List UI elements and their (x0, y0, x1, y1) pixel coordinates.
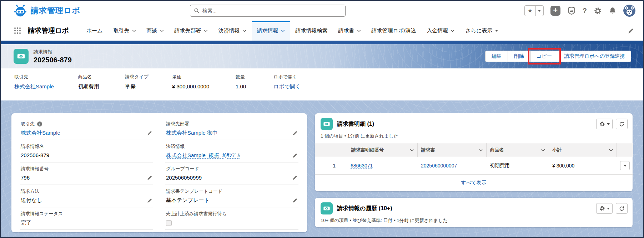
open-in-robo-link[interactable]: ロボで開く (273, 83, 301, 89)
chevron-down-icon (541, 149, 545, 151)
highlight-account: 取引先 株式会社Sample (14, 74, 78, 100)
highlight-open-in-robo: ロボで開く ロボで開く (273, 74, 305, 100)
edit-button[interactable]: 編集 (485, 51, 508, 62)
column-header-invoice[interactable]: 請求書 (417, 143, 486, 157)
tab-billing-info-search[interactable]: 請求情報検索 (290, 21, 333, 41)
payment-info-link[interactable]: 株式会社Sample_銀振_ｶ)ｻﾝﾌﾟﾙ (166, 152, 240, 159)
edit-pencil-icon[interactable] (292, 175, 298, 180)
guidance-center-icon[interactable] (567, 6, 576, 15)
refresh-button[interactable] (616, 119, 628, 129)
edit-pencil-icon[interactable] (147, 130, 152, 136)
page-body: 取引先 i 株式会社Sample 請求先部署 株式会社Sample 御中 (1, 100, 643, 238)
chevron-down-icon (609, 149, 613, 151)
record-header-band: 請求情報 202506-879 編集 削除 コピー 請求管理ロボへの登録連携 (1, 44, 643, 68)
column-header-product[interactable]: 商品名 (486, 143, 549, 157)
column-header-subtotal[interactable]: 小計 (549, 143, 617, 157)
favorites-button-group: ★ (524, 5, 544, 16)
awaiting-invoice-checkbox (166, 220, 172, 226)
row-number: 1 (331, 163, 336, 169)
product-name-cell: 初期費用 (490, 162, 510, 168)
search-icon (194, 8, 200, 14)
user-avatar[interactable] (623, 5, 635, 17)
tab-show-more[interactable]: さらに表示 (460, 21, 503, 41)
chevron-down-icon (204, 30, 208, 32)
edit-pencil-icon[interactable] (147, 198, 152, 203)
edit-pencil-icon[interactable] (292, 198, 298, 203)
global-actions-plus-icon[interactable]: + (550, 6, 560, 16)
tab-deposit-info[interactable]: 入金情報 (421, 21, 460, 41)
related-list-title: 請求書明細 (1) (337, 120, 374, 128)
chevron-down-icon (160, 30, 164, 32)
chevron-down-icon (132, 30, 136, 32)
billing-department-link[interactable]: 株式会社Sample 御中 (166, 130, 218, 136)
refresh-icon (619, 121, 624, 127)
favorites-star-icon[interactable]: ★ (525, 6, 536, 16)
invoice-number-link[interactable]: 2025060000007 (421, 163, 457, 169)
history-record-icon (321, 202, 333, 214)
highlight-quantity: 数量 1.00 (236, 74, 273, 100)
field-invoice-template-code: 請求書テンプレートコード 基本テンプレート (165, 185, 298, 207)
edit-nav-pencil-icon[interactable] (628, 28, 634, 34)
field-payment-info: 決済情報 株式会社Sample_銀振_ｶ)ｻﾝﾌﾟﾙ (165, 140, 298, 162)
banknote-icon (16, 52, 26, 61)
tab-billing-departments[interactable]: 請求先部署 (169, 21, 213, 41)
delete-button[interactable]: 削除 (508, 51, 530, 62)
related-list-subtitle: 1 個の項目 • 1分前 に更新されました (315, 131, 633, 143)
app-launcher-icon[interactable] (14, 27, 21, 34)
row-actions-dropdown-button[interactable] (620, 161, 630, 170)
highlight-product: 商品名 初期費用 (78, 74, 125, 100)
column-header-detail-number[interactable]: 請求書明細番号 (315, 143, 417, 157)
robot-logo-icon (14, 4, 27, 17)
setup-gear-icon[interactable] (594, 7, 602, 15)
chevron-down-icon (451, 30, 454, 32)
chevron-down-icon (242, 30, 246, 32)
app-window: 請求管理ロボ ★ + ? (0, 0, 644, 238)
field-awaiting-invoice-issue: 売上計上済み請求書発行待ち (165, 207, 298, 230)
brand-band-stripe (1, 41, 643, 44)
highlight-billing-type: 請求タイプ 単発 (125, 74, 172, 100)
edit-pencil-icon[interactable] (292, 130, 298, 136)
record-details-card: 取引先 i 株式会社Sample 請求先部署 株式会社Sample 御中 (11, 113, 307, 232)
field-billing-method: 請求方法 送付なし (20, 185, 153, 207)
banknote-icon (323, 205, 331, 212)
record-entity-label: 請求情報 (34, 49, 72, 55)
view-all-link[interactable]: すべて表示 (461, 180, 487, 185)
tab-accounts[interactable]: 取引先 (108, 21, 141, 41)
info-icon[interactable]: i (37, 121, 42, 126)
tab-invoices[interactable]: 請求書 (333, 21, 366, 41)
list-settings-gear-button[interactable] (596, 119, 613, 129)
tab-billing-info-active[interactable]: 請求情報 (252, 21, 290, 41)
search-input[interactable] (190, 5, 346, 17)
global-search (190, 5, 346, 17)
favorites-dropdown-icon[interactable] (536, 6, 543, 16)
caret-down-icon (495, 30, 498, 32)
tab-payment-info[interactable]: 決済情報 (213, 21, 252, 41)
refresh-button[interactable] (616, 203, 628, 214)
gear-icon (599, 121, 605, 127)
tab-opportunities[interactable]: 商談 (141, 21, 169, 41)
account-field-link[interactable]: 株式会社Sample (21, 130, 60, 136)
logo-text: 請求管理ロボ (31, 5, 80, 16)
detail-number-link[interactable]: 68663071 (351, 163, 373, 169)
related-list-subtitle: 10+ 個の項目 • 並び替え基準: 日付 • 1分前 に更新されました (315, 215, 633, 227)
copy-button-annotated[interactable]: コピー (530, 51, 558, 62)
list-settings-gear-button[interactable] (596, 203, 613, 214)
register-link-button[interactable]: 請求管理ロボへの登録連携 (558, 51, 631, 62)
column-header-actions (617, 143, 633, 157)
chevron-down-icon (357, 30, 361, 32)
tab-robo-reconciliation[interactable]: 請求管理ロボ/消込 (366, 21, 422, 41)
notifications-bell-icon[interactable] (609, 7, 617, 15)
refresh-icon (619, 206, 624, 211)
edit-pencil-icon[interactable] (292, 153, 298, 158)
account-link[interactable]: 株式会社Sample (14, 83, 54, 89)
edit-pencil-icon[interactable] (147, 175, 152, 180)
field-billing-info-number: 請求情報番号 796 (20, 162, 153, 185)
help-icon[interactable]: ? (583, 7, 587, 15)
nav-tabs: ホーム 取引先 商談 請求先部署 決済情報 請求情報 請求情報検索 請求書 請求… (81, 21, 503, 41)
tab-home[interactable]: ホーム (81, 21, 108, 41)
invoice-details-table: 請求書明細番号 請求書 商品名 (315, 143, 633, 175)
gear-icon (599, 206, 605, 211)
field-account: 取引先 i 株式会社Sample (20, 118, 153, 140)
highlight-unit-price: 単価 ¥ 300,000.0000 (172, 74, 236, 100)
related-list-title: 請求情報の履歴 (10+) (337, 205, 392, 212)
